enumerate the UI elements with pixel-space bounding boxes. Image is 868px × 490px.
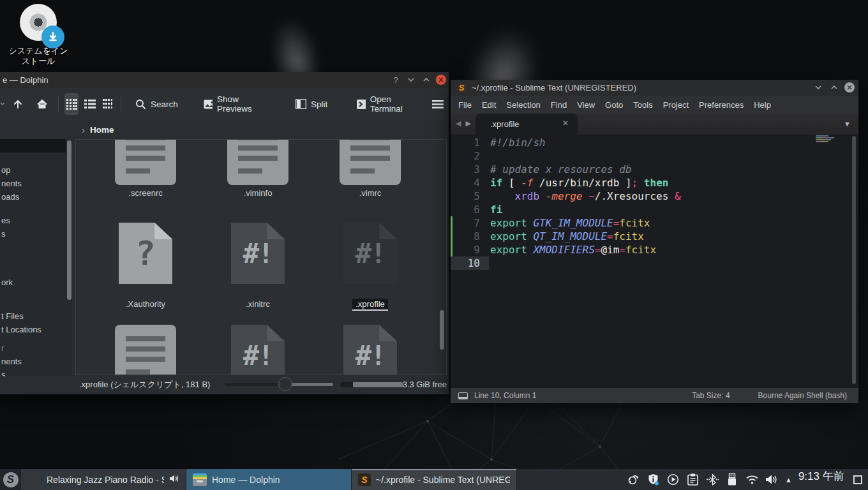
menu-find[interactable]: Find bbox=[546, 97, 572, 113]
open-terminal-button[interactable]: Open Terminal bbox=[352, 89, 419, 119]
digital-clock[interactable]: 9:13 午前 bbox=[798, 469, 844, 490]
zoom-slider-handle[interactable] bbox=[278, 377, 292, 391]
tab-size-indicator[interactable]: Tab Size: 4 bbox=[692, 391, 730, 400]
hamburger-menu-button[interactable] bbox=[427, 95, 449, 114]
show-desktop-button[interactable] bbox=[853, 475, 862, 484]
show-previews-button[interactable]: Show Previews bbox=[198, 89, 269, 119]
tab-xprofile[interactable]: .xprofile ✕ bbox=[475, 114, 578, 135]
split-button[interactable]: Split bbox=[290, 94, 333, 114]
minimize-button[interactable] bbox=[405, 74, 417, 85]
sidebar-item-fragment[interactable]: oads bbox=[1, 192, 19, 202]
file-view-scrollbar[interactable] bbox=[440, 140, 445, 375]
firefox-icon bbox=[27, 473, 41, 487]
file-item[interactable]: #! bbox=[322, 325, 418, 375]
volume-icon[interactable] bbox=[765, 473, 778, 486]
file-item[interactable]: .viminfo bbox=[210, 139, 306, 198]
bluetooth-icon[interactable] bbox=[706, 473, 719, 486]
clipboard-icon[interactable] bbox=[686, 473, 699, 486]
breadcrumb-home[interactable]: Home bbox=[90, 125, 114, 135]
sublime-editor[interactable]: 12345678910 #!/bin/sh# update x resource… bbox=[451, 135, 858, 388]
dolphin-titlebar[interactable]: e — Dolphin ? bbox=[0, 72, 449, 88]
sidebar-item-fragment[interactable]: t Locations bbox=[1, 325, 41, 334]
tab-overflow-icon[interactable]: ▼ bbox=[844, 120, 851, 128]
sidebar-item-fragment[interactable]: s bbox=[1, 229, 6, 239]
zoom-slider[interactable] bbox=[225, 383, 333, 386]
syntax-indicator[interactable]: Bourne Again Shell (bash) bbox=[758, 391, 847, 400]
sidebar-item-fragment[interactable]: nents bbox=[1, 357, 22, 366]
close-button[interactable] bbox=[844, 82, 855, 93]
line-number: 4 bbox=[451, 176, 489, 189]
disc-icon bbox=[20, 4, 57, 41]
menu-project[interactable]: Project bbox=[658, 97, 694, 113]
menu-file[interactable]: File bbox=[453, 97, 477, 113]
details-view-button[interactable] bbox=[101, 93, 116, 115]
maximize-button[interactable] bbox=[828, 82, 840, 93]
audio-playing-icon[interactable] bbox=[169, 474, 179, 485]
menu-preferences[interactable]: Preferences bbox=[694, 97, 749, 113]
tray-expand-icon[interactable]: ▲ bbox=[785, 476, 792, 484]
tab-nav-left-icon[interactable]: ◀ bbox=[456, 119, 462, 127]
dolphin-breadcrumb-bar: › Home bbox=[0, 120, 449, 139]
sidebar-item-fragment[interactable]: nents bbox=[1, 179, 22, 188]
input-method-icon[interactable] bbox=[627, 473, 640, 486]
search-button[interactable]: Search bbox=[130, 94, 183, 115]
app-launcher-button[interactable]: S bbox=[0, 469, 21, 490]
editor-scrollbar[interactable] bbox=[850, 135, 858, 388]
task-label: Relaxing Jazz Piano Radio - Slo... bbox=[47, 475, 164, 485]
vintage-mode-icon[interactable] bbox=[458, 392, 468, 399]
text-preview-icon bbox=[115, 325, 176, 375]
task-button-firefox[interactable]: Relaxing Jazz Piano Radio - Slo... bbox=[21, 469, 186, 490]
file-item[interactable]: .screenrc bbox=[98, 139, 193, 198]
menu-view[interactable]: View bbox=[572, 97, 600, 113]
removable-device-icon[interactable] bbox=[726, 473, 738, 486]
menu-selection[interactable]: Selection bbox=[501, 97, 545, 113]
minimap[interactable] bbox=[816, 135, 837, 151]
help-button[interactable]: ? bbox=[390, 74, 401, 85]
install-icon-label-line1: システムをイン bbox=[8, 46, 69, 56]
sidebar-scrollbar[interactable] bbox=[66, 139, 72, 376]
file-name-label: .xprofile bbox=[352, 299, 388, 311]
task-button-dolphin[interactable]: Home — Dolphin bbox=[186, 469, 352, 490]
up-button[interactable] bbox=[6, 93, 30, 115]
file-item[interactable]: #!.xinitrc bbox=[210, 223, 306, 309]
menu-goto[interactable]: Goto bbox=[600, 97, 628, 113]
sublime-titlebar[interactable]: S ~/.xprofile - Sublime Text (UNREGISTER… bbox=[451, 80, 858, 96]
file-item[interactable]: #!.xprofile bbox=[322, 223, 418, 311]
line-number: 6 bbox=[451, 203, 489, 216]
code-pane[interactable]: #!/bin/sh# update x resources dbif [ -f … bbox=[490, 136, 833, 270]
task-button-sublime[interactable]: S~/.xprofile - Sublime Text (UNREGIST... bbox=[352, 469, 517, 490]
file-item[interactable]: #! bbox=[210, 325, 306, 375]
sidebar-item-fragment[interactable]: t Files bbox=[1, 311, 24, 321]
sidebar-item-fragment[interactable]: es bbox=[1, 216, 10, 225]
file-item[interactable]: .vimrc bbox=[322, 139, 418, 198]
sublime-menubar: FileEditSelectionFindViewGotoToolsProjec… bbox=[451, 96, 858, 114]
sidebar-item-fragment[interactable]: ork bbox=[1, 278, 13, 287]
file-name-label: .xinitrc bbox=[243, 299, 273, 309]
media-player-icon[interactable] bbox=[666, 473, 679, 486]
minimize-button[interactable] bbox=[812, 82, 824, 93]
back-chevron-partial[interactable] bbox=[0, 101, 6, 108]
close-button[interactable] bbox=[436, 75, 446, 85]
sidebar-selected-item[interactable] bbox=[0, 139, 66, 152]
menu-help[interactable]: Help bbox=[749, 97, 776, 113]
sublime-tabbar: ◀ ▶ .xprofile ✕ ▼ bbox=[451, 114, 858, 135]
tab-close-icon[interactable]: ✕ bbox=[562, 119, 569, 128]
icons-view-button[interactable] bbox=[64, 93, 79, 115]
dolphin-file-view[interactable]: .screenrc.viminfo.vimrc?.Xauthority#!.xi… bbox=[75, 139, 447, 375]
text-preview-icon bbox=[227, 139, 288, 185]
sidebar-item-fragment[interactable]: op bbox=[1, 165, 10, 175]
menu-tools[interactable]: Tools bbox=[628, 97, 657, 113]
sidebar-item-fragment[interactable]: r bbox=[1, 343, 4, 353]
file-item[interactable]: ?.Xauthority bbox=[98, 223, 193, 309]
maximize-button[interactable] bbox=[421, 74, 432, 85]
cursor-position: Line 10, Column 1 bbox=[474, 391, 536, 400]
sublime-icon: S bbox=[358, 473, 371, 486]
menu-edit[interactable]: Edit bbox=[477, 97, 501, 113]
compact-view-button[interactable] bbox=[82, 93, 97, 115]
install-system-desktop-icon[interactable]: システムをイン ストール bbox=[8, 4, 69, 66]
file-item[interactable] bbox=[98, 325, 193, 375]
tab-nav-right-icon[interactable]: ▶ bbox=[466, 119, 472, 127]
updates-shield-icon[interactable] bbox=[647, 473, 659, 486]
wifi-icon[interactable] bbox=[745, 473, 758, 486]
home-button[interactable] bbox=[30, 93, 54, 115]
